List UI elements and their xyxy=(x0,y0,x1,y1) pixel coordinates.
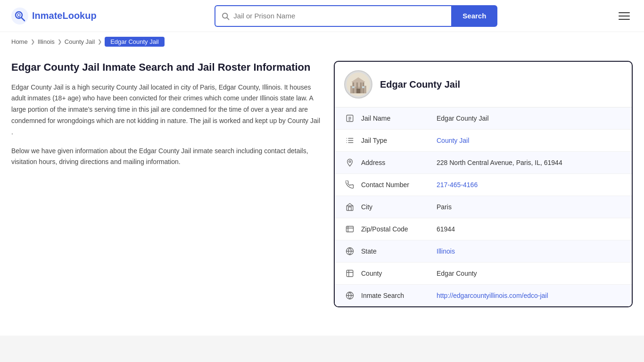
logo-link[interactable]: Q InmateLookup xyxy=(11,8,97,25)
page-title: Edgar County Jail Inmate Search and Jail… xyxy=(11,61,322,74)
inmate-search-value: http://edgarcountyillinois.com/edco-jail xyxy=(437,292,548,299)
right-column: Edgar County Jail Jail Name Edg xyxy=(334,61,633,307)
svg-rect-34 xyxy=(347,270,353,277)
breadcrumb-home[interactable]: Home xyxy=(11,38,28,45)
svg-rect-15 xyxy=(352,86,355,88)
breadcrumb-chevron-3: ❯ xyxy=(98,39,102,45)
header: Q InmateLookup Search xyxy=(0,0,644,32)
info-card-title: Edgar County Jail xyxy=(380,79,460,90)
jail-type-icon xyxy=(344,136,355,145)
table-row: County Edgar County xyxy=(335,263,632,285)
breadcrumb-chevron-2: ❯ xyxy=(58,39,62,45)
city-label: City xyxy=(361,203,437,211)
breadcrumb-state[interactable]: Illinois xyxy=(38,38,55,45)
main-content: Edgar County Jail Inmate Search and Jail… xyxy=(0,51,644,326)
jail-avatar xyxy=(344,70,372,99)
svg-rect-11 xyxy=(360,82,362,93)
city-icon xyxy=(344,203,355,211)
address-value: 228 North Central Avenue, Paris, IL, 619… xyxy=(437,159,562,166)
county-label: County xyxy=(361,270,437,277)
inmate-search-icon xyxy=(344,291,355,300)
zip-label: Zip/Postal Code xyxy=(361,225,437,233)
jail-building-icon xyxy=(347,73,370,96)
search-input-wrapper xyxy=(215,5,451,27)
jail-name-icon xyxy=(344,114,355,123)
zip-icon xyxy=(344,225,355,233)
table-row: City Paris xyxy=(335,196,632,218)
contact-number-value: 217-465-4166 xyxy=(437,181,478,189)
jail-type-label: Jail Type xyxy=(361,137,437,144)
jail-type-link[interactable]: County Jail xyxy=(437,137,469,144)
table-row: Inmate Search http://edgarcountyillinois… xyxy=(335,285,632,306)
search-area: Search xyxy=(215,5,497,27)
table-row: Jail Type County Jail xyxy=(335,130,632,152)
svg-rect-29 xyxy=(347,226,354,232)
address-icon xyxy=(344,158,355,167)
breadcrumb-chevron-1: ❯ xyxy=(31,39,35,45)
breadcrumb-type[interactable]: County Jail xyxy=(65,38,95,45)
svg-rect-17 xyxy=(347,115,353,122)
svg-rect-14 xyxy=(356,89,360,93)
page-description-1: Edgar County Jail is a high security Cou… xyxy=(11,82,322,138)
logo-text: InmateLookup xyxy=(32,10,97,21)
inmate-search-label: Inmate Search xyxy=(361,292,437,299)
inmate-search-link[interactable]: http://edgarcountyillinois.com/edco-jail xyxy=(437,292,548,299)
info-card: Edgar County Jail Jail Name Edg xyxy=(334,61,633,307)
city-value: Paris xyxy=(437,203,452,211)
phone-link[interactable]: 217-465-4166 xyxy=(437,181,478,189)
state-link[interactable]: Illinois xyxy=(437,247,455,255)
table-row: Zip/Postal Code 61944 xyxy=(335,218,632,240)
breadcrumb: Home ❯ Illinois ❯ County Jail ❯ Edgar Co… xyxy=(0,32,644,51)
svg-rect-28 xyxy=(347,206,353,211)
address-label: Address xyxy=(361,159,437,166)
hamburger-line-2 xyxy=(619,16,630,16)
county-value: Edgar County xyxy=(437,270,477,277)
svg-point-27 xyxy=(349,161,351,163)
phone-icon xyxy=(344,181,355,189)
table-row: State Illinois xyxy=(335,240,632,263)
state-icon xyxy=(344,247,355,255)
svg-text:Q: Q xyxy=(17,13,21,18)
hamburger-line-3 xyxy=(619,19,630,20)
search-icon xyxy=(221,12,230,20)
table-row: Jail Name Edgar County Jail xyxy=(335,107,632,130)
footer-area xyxy=(0,336,644,362)
info-card-header: Edgar County Jail xyxy=(335,62,632,107)
search-input[interactable] xyxy=(233,12,446,20)
jail-name-value: Edgar County Jail xyxy=(437,115,489,122)
table-row: Contact Number 217-465-4166 xyxy=(335,174,632,196)
breadcrumb-current: Edgar County Jail xyxy=(105,37,165,47)
hamburger-line-1 xyxy=(619,12,630,13)
table-row: Address 228 North Central Avenue, Paris,… xyxy=(335,152,632,174)
state-value: Illinois xyxy=(437,247,455,255)
info-table: Jail Name Edgar County Jail xyxy=(335,107,632,306)
logo-icon: Q xyxy=(11,8,28,25)
contact-number-label: Contact Number xyxy=(361,181,437,189)
jail-type-value: County Jail xyxy=(437,137,469,144)
state-label: State xyxy=(361,247,437,255)
page-description-2: Below we have given information about th… xyxy=(11,146,322,168)
jail-name-label: Jail Name xyxy=(361,115,437,122)
zip-value: 61944 xyxy=(437,225,455,233)
hamburger-menu-button[interactable] xyxy=(616,9,633,23)
svg-line-5 xyxy=(227,17,229,19)
svg-rect-16 xyxy=(362,86,364,88)
left-column: Edgar County Jail Inmate Search and Jail… xyxy=(11,61,322,168)
search-button[interactable]: Search xyxy=(451,5,497,27)
county-icon xyxy=(344,269,355,278)
